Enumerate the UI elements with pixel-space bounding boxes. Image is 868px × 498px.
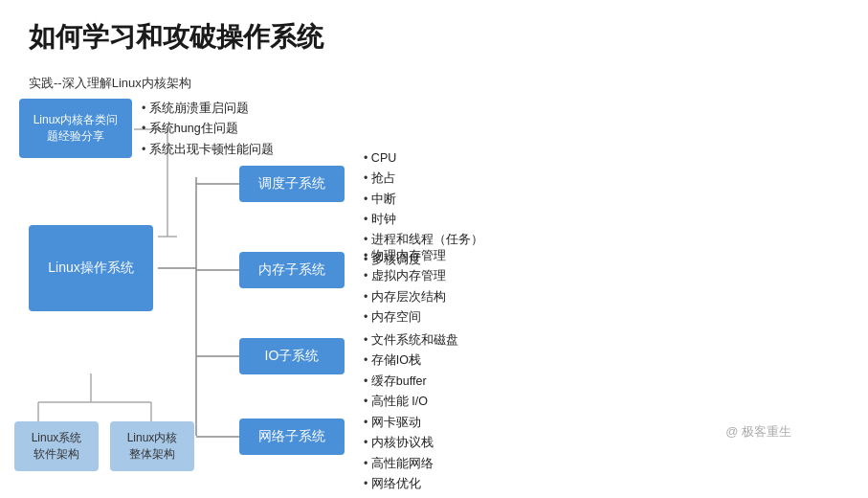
bullet-item: 网卡驱动: [364, 413, 434, 433]
bullet-item: 网络优化: [364, 474, 434, 494]
subsystem-memory: 内存子系统: [239, 252, 345, 288]
io-bullets: 文件系统和磁盘 存储IO栈 缓存buffer 高性能 I/O: [364, 330, 458, 412]
subsystem-io-label: IO子系统: [265, 348, 320, 365]
bullet-item: 内核协议栈: [364, 433, 434, 453]
issue-item: 系统hung住问题: [142, 119, 274, 139]
bullet-item: 中断: [364, 190, 483, 210]
bullet-item: 虚拟内存管理: [364, 266, 446, 286]
subsystem-scheduler-label: 调度子系统: [258, 175, 325, 192]
linux-kernel-label: Linux内核整体架构: [127, 430, 178, 463]
linux-kernel-box: Linux内核整体架构: [110, 421, 194, 471]
bullet-item: 内存层次结构: [364, 287, 446, 307]
subsystem-network-label: 网络子系统: [258, 428, 325, 445]
issues-list: 系统崩溃重启问题 系统hung住问题 系统出现卡顿性能问题: [142, 99, 274, 160]
watermark: @ 极客重生: [725, 423, 791, 441]
problems-label: Linux内核各类问题经验分享: [33, 112, 119, 145]
diagram: Linux内核各类问题经验分享 系统崩溃重启问题 系统hung住问题 系统出现卡…: [10, 91, 852, 474]
bullet-item: 物理内存管理: [364, 246, 446, 266]
problems-box: Linux内核各类问题经验分享: [19, 99, 132, 158]
subsystem-memory-label: 内存子系统: [258, 261, 325, 279]
bullet-item: 时钟: [364, 210, 483, 230]
page: 如何学习和攻破操作系统 实践--深入理解Linux内核架构: [0, 0, 868, 498]
memory-bullets: 物理内存管理 虚拟内存管理 内存层次结构 内存空间: [364, 246, 446, 328]
subsystem-io: IO子系统: [239, 338, 345, 374]
linux-software-box: Linux系统软件架构: [14, 421, 99, 471]
subsystem-scheduler: 调度子系统: [239, 166, 345, 202]
linux-os-label: Linux操作系统: [48, 259, 133, 278]
bullet-item: 文件系统和磁盘: [364, 330, 458, 351]
subsystem-network: 网络子系统: [239, 419, 345, 455]
bullet-item: 存储IO栈: [364, 351, 458, 371]
bullet-item: 抢占: [364, 169, 483, 189]
bullet-item: 内存空间: [364, 307, 446, 328]
subtitle: 实践--深入理解Linux内核架构: [29, 75, 191, 92]
bullet-item: 缓存buffer: [364, 372, 458, 392]
bullet-item: 高性能 I/O: [364, 392, 458, 412]
bullet-item: 高性能网络: [364, 454, 434, 474]
linux-os-box: Linux操作系统: [29, 225, 153, 311]
issue-item: 系统崩溃重启问题: [142, 99, 274, 119]
linux-software-label: Linux系统软件架构: [32, 430, 82, 463]
main-title: 如何学习和攻破操作系统: [29, 19, 839, 56]
issue-item: 系统出现卡顿性能问题: [142, 140, 274, 160]
bullet-item: CPU: [364, 148, 483, 169]
network-bullets: 网卡驱动 内核协议栈 高性能网络 网络优化: [364, 413, 434, 494]
